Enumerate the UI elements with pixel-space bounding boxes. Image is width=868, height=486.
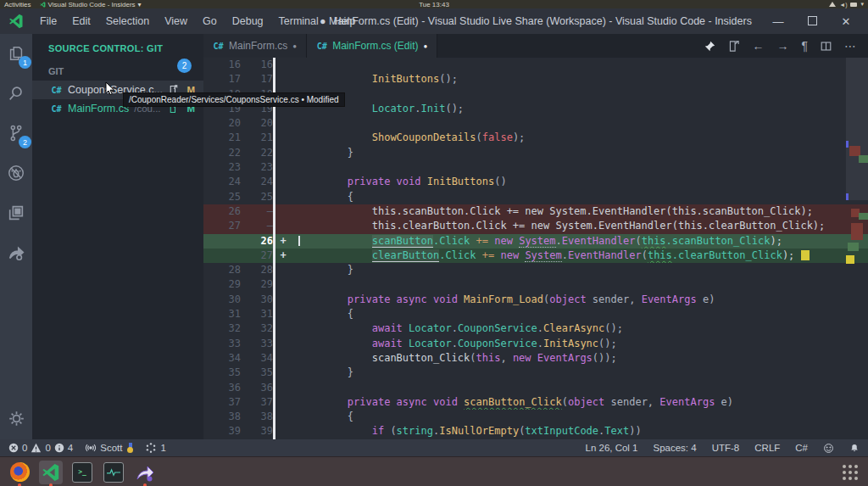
encoding[interactable]: UTF-8 — [712, 443, 740, 453]
running-dot — [49, 483, 53, 486]
code-line[interactable]: 2020 — [203, 116, 868, 131]
show-applications-button[interactable] — [843, 465, 858, 480]
live-share-session[interactable]: Scott — [85, 442, 133, 454]
cursor-position[interactable]: Ln 26, Col 1 — [586, 443, 638, 453]
clock[interactable]: Tue 13:43 — [419, 1, 449, 8]
menu-item-debug[interactable]: Debug — [225, 15, 271, 27]
open-changes-icon[interactable] — [728, 41, 739, 52]
code-token: await — [372, 338, 403, 349]
dock-vscode-insiders[interactable] — [39, 461, 63, 484]
csharp-file-icon: C# — [51, 85, 62, 96]
code-line[interactable]: 2424 private void InitButtons() — [203, 175, 868, 189]
code-line[interactable]: 26+ scanButton.Click += new System.Event… — [203, 234, 868, 249]
code-token: this — [476, 352, 501, 364]
code-area[interactable]: 16161717 InitButtons();18181919 Locator.… — [203, 58, 868, 439]
sidebar-title: SOURCE CONTROL: GIT — [32, 34, 203, 53]
file-name: MainForm.cs — [68, 103, 129, 115]
notifications-bell-icon[interactable] — [849, 443, 860, 454]
code-token: .Click — [439, 249, 476, 261]
code-line[interactable]: 2828 } — [203, 263, 868, 277]
line-number-new: 31 — [249, 307, 273, 321]
code-token: System — [525, 249, 561, 262]
split-editor-icon[interactable] — [821, 41, 832, 52]
settings-gear-icon[interactable] — [5, 407, 27, 429]
back-icon[interactable]: ← — [752, 39, 764, 53]
code-line[interactable]: 3333 await Locator.CouponService.InitAsy… — [203, 337, 868, 351]
code-token: )) — [629, 425, 641, 437]
code-line[interactable]: 3535 } — [203, 366, 868, 380]
indentation[interactable]: Spaces: 4 — [654, 443, 697, 453]
minimize-button[interactable]: — — [761, 15, 795, 28]
system-tray[interactable]: ◄) ▾ — [829, 1, 864, 8]
forward-icon[interactable]: → — [776, 39, 788, 53]
code-token — [298, 131, 372, 143]
code-token — [403, 322, 409, 334]
code-line[interactable]: 3232 await Locator.CouponService.ClearAs… — [203, 321, 868, 336]
code-text: Locator.Init(); — [290, 102, 868, 116]
code-line[interactable]: 26– this.scanButton.Click += new System.… — [203, 204, 868, 219]
code-token: this.scanButton.Click += new System.Even… — [298, 205, 813, 217]
code-line[interactable]: 3939 if (string.IsNullOrEmpty(txtInputCo… — [203, 424, 868, 439]
line-number-new: 39 — [249, 424, 273, 439]
code-line[interactable]: 27+ clearButton.Click += new System.Even… — [203, 249, 868, 263]
activities-button[interactable]: Activities — [4, 1, 31, 8]
code-token: new — [494, 235, 513, 247]
scrollbar-slider[interactable] — [846, 58, 868, 200]
code-line[interactable]: 1616 — [203, 58, 868, 72]
extensions-icon[interactable] — [5, 202, 27, 224]
problems-indicator[interactable]: 0 0 4 — [8, 443, 73, 453]
code-token: () — [494, 176, 506, 187]
menu-item-file[interactable]: File — [32, 15, 64, 27]
menu-item-edit[interactable]: Edit — [64, 15, 98, 27]
tab-mainform-edit[interactable]: C# MainForm.cs (Edit) ● — [307, 34, 437, 58]
code-line[interactable]: 2121 ShowCouponDetails(false); — [203, 131, 868, 145]
code-line[interactable]: 2525 { — [203, 190, 868, 204]
titlebar: FileEditSelectionViewGoDebugTerminalHelp… — [0, 8, 868, 34]
code-line[interactable]: 27– this.clearButton.Click += new System… — [203, 219, 868, 233]
menu-item-terminal[interactable]: Terminal — [271, 15, 326, 27]
diff-sign: + — [273, 234, 290, 249]
pilcrow-icon[interactable]: ¶ — [801, 39, 808, 53]
code-line[interactable]: 3737 private async void scanButton_Click… — [203, 395, 868, 410]
source-control-icon[interactable]: 2 — [5, 122, 27, 144]
dock-system-monitor[interactable] — [102, 461, 125, 484]
maximize-button[interactable] — [795, 15, 829, 28]
search-icon[interactable] — [5, 82, 27, 104]
git-section-header[interactable]: GIT 2 — [32, 53, 203, 81]
vscode-insiders-icon — [40, 2, 46, 8]
menu-item-selection[interactable]: Selection — [98, 15, 157, 27]
code-token: IsNullOrEmpty — [439, 425, 519, 437]
close-button[interactable]: ✕ — [829, 15, 863, 28]
code-line[interactable]: 2222 } — [203, 146, 868, 160]
git-changes-badge: 2 — [177, 59, 192, 73]
eol-sequence[interactable]: CRLF — [754, 443, 780, 453]
dock-firefox[interactable] — [8, 461, 31, 484]
dock-live-share-app[interactable] — [133, 461, 157, 484]
dirty-dot-icon[interactable]: ● — [292, 42, 297, 50]
explorer-icon[interactable]: 1 — [5, 42, 27, 64]
focused-app-menu[interactable]: Visual Studio Code - Insiders▾ — [40, 1, 142, 8]
code-line[interactable]: 3838 { — [203, 410, 868, 424]
code-token: .scanButton_Click — [666, 235, 771, 247]
tab-mainform[interactable]: C# MainForm.cs ● — [203, 34, 307, 58]
feedback-smiley-icon[interactable] — [823, 443, 834, 454]
live-share-icon[interactable] — [5, 242, 27, 264]
language-mode[interactable]: C# — [795, 443, 808, 453]
live-share-participants[interactable]: 1 — [145, 442, 165, 454]
code-line[interactable]: 3131 { — [203, 307, 868, 321]
dirty-dot-icon[interactable]: ● — [424, 42, 428, 50]
code-line[interactable]: 2323 — [203, 160, 868, 175]
menu-item-go[interactable]: Go — [195, 15, 225, 27]
code-line[interactable]: 3434 scanButton_Click(this, new EventArg… — [203, 351, 868, 366]
line-number-new: 38 — [249, 410, 273, 424]
code-line[interactable]: 1717 InitButtons(); — [203, 72, 868, 87]
code-line[interactable]: 2929 — [203, 277, 868, 292]
more-actions-icon[interactable]: ⋯ — [844, 39, 856, 53]
code-line[interactable]: 3030 private async void MainForm_Load(ob… — [203, 293, 868, 307]
dock-terminal[interactable]: >_ — [70, 461, 94, 484]
line-number-old: 31 — [203, 307, 249, 321]
code-line[interactable]: 3636 — [203, 381, 868, 395]
debug-icon[interactable] — [5, 162, 27, 184]
menu-item-view[interactable]: View — [157, 15, 195, 27]
pin-icon[interactable] — [704, 41, 715, 52]
